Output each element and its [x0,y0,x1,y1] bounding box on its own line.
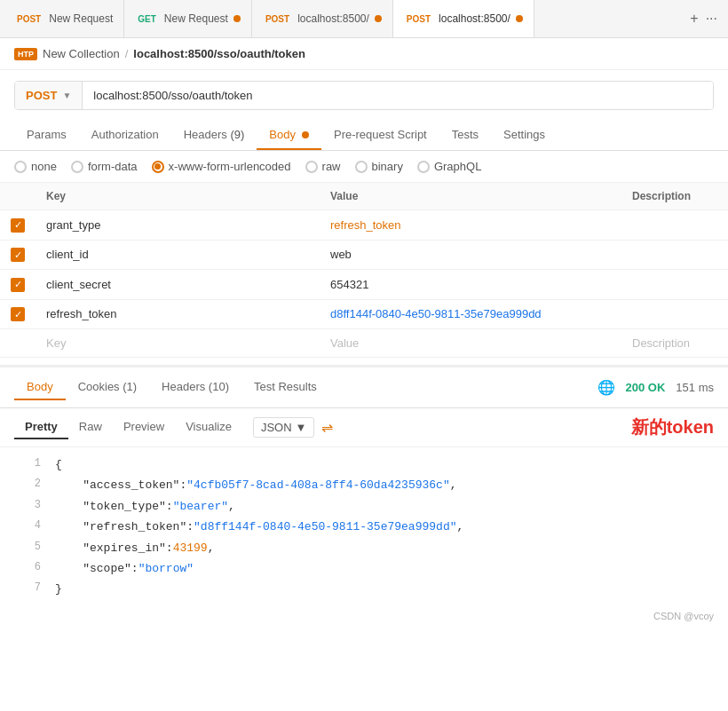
tab-post-localhost-2[interactable]: POST localhost:8500/ [393,0,534,37]
body-type-raw[interactable]: raw [305,160,341,173]
filter-icon[interactable]: ⇌ [321,419,333,436]
url-input[interactable] [83,82,713,109]
json-body: 1 { 2 "access_token": "4cfb05f7-8cad-408… [0,447,728,607]
resp-tab-body[interactable]: Body [14,375,66,400]
row-checkbox[interactable] [11,218,25,233]
view-tab-raw[interactable]: Raw [68,415,113,439]
request-tabs: Params Authorization Headers (9) Body Pr… [0,121,728,151]
row-description[interactable] [621,299,728,329]
format-select[interactable]: JSON ▼ [253,417,315,438]
table-row-placeholder: Key Value Description [0,329,728,358]
chevron-down-icon: ▼ [296,421,307,434]
tab-method-badge: GET [135,13,159,25]
col-header-key: Key [36,183,320,210]
table-row: grant_type refresh_token [0,210,728,241]
radio-binary [355,161,368,173]
row-key[interactable]: refresh_token [36,299,320,329]
json-line-6: 6 "scope": "borrow" [14,558,714,579]
chevron-down-icon: ▼ [62,91,71,100]
status-time: 151 ms [676,381,714,394]
view-tab-pretty[interactable]: Pretty [14,415,68,439]
table-row: refresh_token d8ff144f-0840-4e50-9811-35… [0,299,728,329]
radio-urlencoded [152,161,164,173]
unsaved-dot [233,15,241,22]
tab-headers[interactable]: Headers (9) [171,121,257,150]
tab-label: New Request [49,12,113,25]
col-header-description: Description [621,183,728,210]
globe-icon: 🌐 [597,379,615,396]
json-line-2: 2 "access_token": "4cfb05f7-8cad-408a-8f… [14,475,714,495]
url-bar: POST ▼ [14,81,714,110]
radio-none [14,161,27,173]
more-tabs-button[interactable]: ··· [706,11,717,27]
placeholder-value[interactable]: Value [320,329,621,358]
placeholder-description[interactable]: Description [621,329,728,358]
tab-tests[interactable]: Tests [439,121,491,150]
row-key[interactable]: client_secret [36,270,320,300]
row-description[interactable] [621,210,728,241]
params-table: Key Value Description grant_type refresh… [0,183,728,358]
resp-tab-cookies[interactable]: Cookies (1) [66,375,149,400]
body-type-none[interactable]: none [14,160,57,173]
format-value: JSON [261,421,292,434]
tab-headers-label: Headers (9) [184,128,245,141]
placeholder-key[interactable]: Key [36,329,320,358]
htp-icon: HTP [14,48,37,60]
collection-name[interactable]: New Collection [43,47,120,60]
row-checkbox[interactable] [11,307,25,321]
tab-label: localhost:8500/ [297,12,369,25]
row-value[interactable]: web [320,240,621,270]
row-description[interactable] [621,270,728,300]
method-value: POST [26,89,57,102]
tab-pre-request-label: Pre-request Script [334,128,427,141]
row-value[interactable]: 654321 [320,270,621,300]
tab-tests-label: Tests [452,128,479,141]
body-type-form-data[interactable]: form-data [71,160,138,173]
view-tab-preview[interactable]: Preview [113,415,175,439]
row-value[interactable]: refresh_token [320,210,621,241]
resp-tab-headers[interactable]: Headers (10) [149,375,241,400]
json-line-5: 5 "expires_in": 43199, [14,538,714,558]
tab-settings[interactable]: Settings [491,121,558,150]
radio-form-data [71,161,83,173]
table-row: client_secret 654321 [0,270,728,300]
body-type-binary[interactable]: binary [355,160,403,173]
response-tabs-bar: Body Cookies (1) Headers (10) Test Resul… [0,367,728,408]
row-checkbox[interactable] [11,248,25,262]
breadcrumb-endpoint: localhost:8500/sso/oauth/token [133,47,305,60]
row-value[interactable]: d8ff144f-0840-4e50-9811-35e79ea999dd [320,299,621,329]
tab-authorization[interactable]: Authorization [79,121,171,150]
tab-actions: + ··· [690,11,724,27]
unsaved-dot [375,15,382,22]
tab-pre-request-script[interactable]: Pre-request Script [321,121,439,150]
annotation-label: 新的token [631,415,714,439]
tab-method-badge: POST [404,13,433,25]
table-row: client_id web [0,240,728,270]
body-dot [302,131,309,138]
resp-tab-test-results[interactable]: Test Results [241,375,329,400]
tab-authorization-label: Authorization [91,128,159,141]
row-checkbox[interactable] [11,278,25,292]
tab-params[interactable]: Params [14,121,79,150]
body-type-urlencoded[interactable]: x-www-form-urlencoded [152,160,291,173]
new-tab-button[interactable]: + [690,11,698,27]
tab-get-new-request[interactable]: GET New Request [124,0,252,37]
method-select[interactable]: POST ▼ [15,82,83,109]
tab-body[interactable]: Body [257,121,321,150]
json-line-1: 1 { [14,454,714,475]
view-tabs: Pretty Raw Preview Visualize JSON ▼ ⇌ 新的… [0,408,728,447]
row-key[interactable]: grant_type [36,210,320,241]
tab-body-label: Body [269,128,296,141]
tab-post-localhost-1[interactable]: POST localhost:8500/ [252,0,393,37]
col-header-value: Value [320,183,621,210]
row-key[interactable]: client_id [36,240,320,270]
breadcrumb-separator: / [125,47,129,60]
tab-method-badge: POST [14,13,44,25]
row-description[interactable] [621,240,728,270]
unsaved-dot [516,15,523,22]
response-panel: Body Cookies (1) Headers (10) Test Resul… [0,365,728,625]
view-tab-visualize[interactable]: Visualize [175,415,242,439]
tab-post-new-request[interactable]: POST New Request [4,0,124,37]
watermark: CSDN @vcoy [0,607,728,625]
body-type-graphql[interactable]: GraphQL [417,160,481,173]
